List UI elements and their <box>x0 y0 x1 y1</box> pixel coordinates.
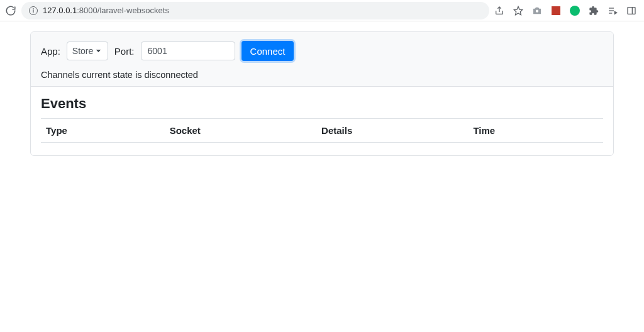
connection-status-text: Channels current state is disconnected <box>41 70 603 80</box>
col-header-details: Details <box>316 119 468 143</box>
info-icon: i <box>29 6 38 15</box>
events-section: Events Type Socket Details Time <box>31 87 613 155</box>
browser-toolbar-icons <box>494 6 639 16</box>
events-header-row: Type Socket Details Time <box>41 119 603 143</box>
browser-chrome-bar: i 127.0.0.1:8000/laravel-websockets <box>0 0 644 21</box>
svg-marker-5 <box>614 11 616 14</box>
url-port: :8000 <box>77 6 97 15</box>
address-bar[interactable]: i 127.0.0.1:8000/laravel-websockets <box>21 2 489 19</box>
connect-button[interactable]: Connect <box>242 41 294 61</box>
form-controls-row: App: Store Port: Connect <box>41 41 603 61</box>
url-path: /laravel-websockets <box>97 6 169 15</box>
col-header-time: Time <box>468 119 603 143</box>
playlist-icon[interactable] <box>608 6 618 16</box>
svg-rect-6 <box>628 7 635 14</box>
app-label: App: <box>41 46 60 57</box>
page-content: App: Store Port: Connect Channels curren… <box>0 21 644 166</box>
main-card: App: Store Port: Connect Channels curren… <box>30 31 614 156</box>
url-text: 127.0.0.1:8000/laravel-websockets <box>43 6 169 15</box>
connection-form: App: Store Port: Connect Channels curren… <box>31 32 613 87</box>
url-host: 127.0.0.1 <box>43 6 77 15</box>
share-icon[interactable] <box>494 6 504 16</box>
star-icon[interactable] <box>513 6 523 16</box>
extension-green-icon[interactable] <box>570 6 580 16</box>
port-label: Port: <box>114 46 135 57</box>
events-title: Events <box>41 96 603 112</box>
svg-marker-0 <box>514 6 522 14</box>
camera-icon[interactable] <box>532 6 542 16</box>
events-table: Type Socket Details Time <box>41 118 603 143</box>
panel-icon[interactable] <box>626 6 636 16</box>
svg-point-1 <box>536 9 538 12</box>
app-select[interactable]: Store <box>67 42 108 60</box>
col-header-socket: Socket <box>165 119 316 143</box>
port-input[interactable] <box>141 42 235 60</box>
reload-icon[interactable] <box>5 5 16 16</box>
extensions-icon[interactable] <box>589 6 599 16</box>
col-header-type: Type <box>41 119 165 143</box>
extension-red-icon[interactable] <box>551 6 561 16</box>
